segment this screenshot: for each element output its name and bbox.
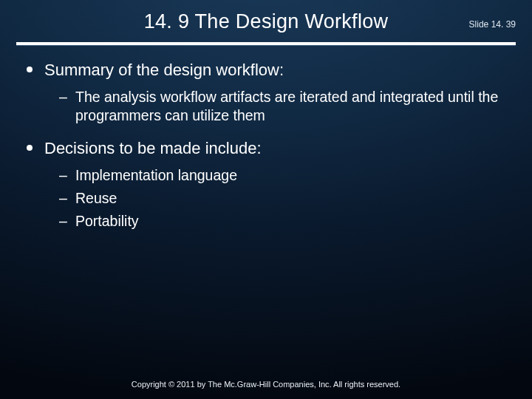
sub-bullet-item: Portability: [59, 212, 505, 231]
sub-bullet-text: Portability: [75, 213, 139, 229]
sub-bullet-text: Reuse: [75, 190, 117, 206]
sub-bullet-text: The analysis workflow artifacts are iter…: [75, 89, 498, 123]
sub-bullet-item: Reuse: [59, 189, 505, 208]
slide: 14. 9 The Design Workflow Slide 14. 39 S…: [0, 0, 532, 399]
sub-bullet-text: Implementation language: [75, 167, 237, 183]
title-area: 14. 9 The Design Workflow: [0, 0, 532, 38]
sub-bullet-item: The analysis workflow artifacts are iter…: [59, 88, 505, 126]
bullet-item: Decisions to be made include: Implementa…: [27, 138, 505, 231]
bullet-text: Summary of the design workflow:: [44, 61, 284, 79]
sub-bullet-item: Implementation language: [59, 166, 505, 185]
bullet-text: Decisions to be made include:: [44, 139, 262, 157]
slide-number: Slide 14. 39: [469, 19, 516, 30]
sub-bullet-list: Implementation language Reuse Portabilit…: [44, 166, 505, 231]
bullet-item: Summary of the design workflow: The anal…: [27, 60, 505, 125]
slide-body: Summary of the design workflow: The anal…: [0, 45, 532, 231]
slide-title: 14. 9 The Design Workflow: [0, 10, 532, 33]
footer-copyright: Copyright © 2011 by The Mc.Graw-Hill Com…: [0, 380, 532, 389]
sub-bullet-list: The analysis workflow artifacts are iter…: [44, 88, 505, 126]
bullet-list: Summary of the design workflow: The anal…: [27, 60, 505, 231]
